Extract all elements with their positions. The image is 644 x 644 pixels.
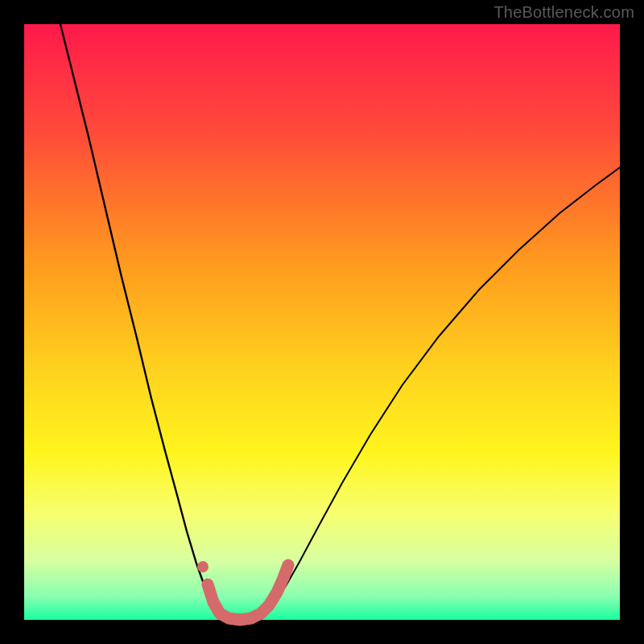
chart-frame: TheBottleneck.com: [0, 0, 644, 644]
optimal-zone-lead-dot: [197, 561, 208, 572]
plot-background: [24, 24, 620, 620]
bottleneck-chart: [0, 0, 644, 644]
